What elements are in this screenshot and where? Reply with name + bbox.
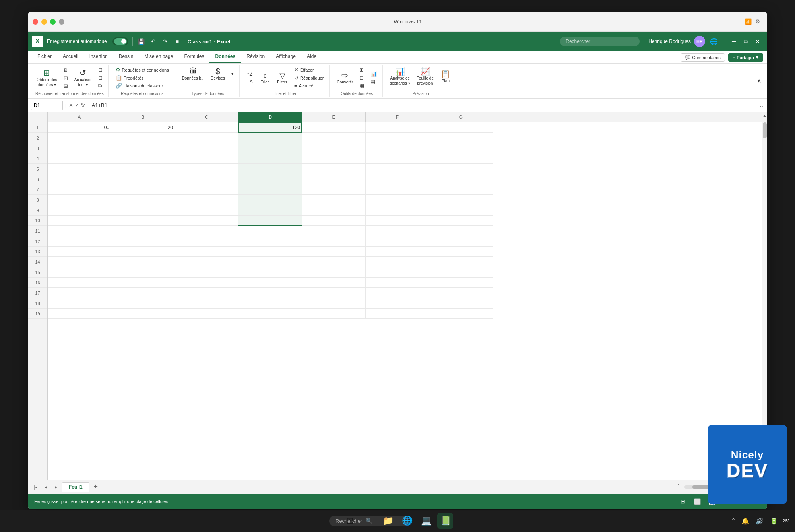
cell-d8[interactable] [238,195,302,205]
cell-a8[interactable] [48,195,111,205]
cell-a6[interactable] [48,174,111,184]
cell-f7[interactable] [366,184,429,195]
donnees-b-button[interactable]: 🏛 Données b... [180,66,207,82]
cell-f16[interactable] [366,278,429,288]
more-qa-button[interactable]: ≡ [173,37,182,46]
cell-e9[interactable] [302,205,366,216]
obtenir-donnees-button[interactable]: ⊞ Obtenir des données ▾ [34,68,60,88]
cell-e5[interactable] [302,164,366,174]
cell-c2[interactable] [175,133,238,143]
types-expand-button[interactable]: ▾ [229,70,236,77]
maximize-button[interactable] [50,19,56,25]
cell-e15[interactable] [302,267,366,278]
cell-a4[interactable] [48,153,111,164]
cell-d2[interactable] [238,133,302,143]
cell-e7[interactable] [302,184,366,195]
formula-x-icon[interactable]: ✓ [75,102,79,108]
tab-fichier[interactable]: Fichier [32,50,57,63]
cell-f11[interactable] [366,226,429,236]
cell-b8[interactable] [111,195,175,205]
cell-b7[interactable] [111,184,175,195]
formula-input[interactable] [87,102,757,108]
liaisons-button[interactable]: 🔗 Liaisons de classeur [113,82,171,89]
cell-a3[interactable] [48,143,111,153]
tab-revision[interactable]: Révision [241,50,270,63]
row-4[interactable]: 4 [28,153,47,164]
cell-c5[interactable] [175,164,238,174]
outils-sm-3[interactable]: ▦ [357,82,366,89]
cell-b3[interactable] [111,143,175,153]
cell-c9[interactable] [175,205,238,216]
cell-b16[interactable] [111,278,175,288]
minimize-button[interactable] [41,19,47,25]
row-11[interactable]: 11 [28,226,47,236]
cell-f14[interactable] [366,257,429,267]
cell-c15[interactable] [175,267,238,278]
cell-d16[interactable] [238,278,302,288]
cell-g18[interactable] [429,298,493,309]
taskbar-terminal-icon[interactable]: 💻 [418,513,434,529]
cell-g14[interactable] [429,257,493,267]
cell-e12[interactable] [302,236,366,247]
plan-button[interactable]: 📋 Plan [438,69,454,84]
row-19[interactable]: 19 [28,309,47,319]
row-17[interactable]: 17 [28,288,47,298]
cell-g8[interactable] [429,195,493,205]
cell-g13[interactable] [429,247,493,257]
cell-c13[interactable] [175,247,238,257]
taskbar-volume-icon[interactable]: 🔊 [754,516,765,526]
cell-f15[interactable] [366,267,429,278]
cell-d11[interactable] [238,226,302,236]
cell-b12[interactable] [111,236,175,247]
win-restore-button[interactable]: ⧉ [740,36,751,47]
win-close-button[interactable]: ✕ [752,36,763,47]
partager-button[interactable]: ↑ Partager ▾ [728,53,763,62]
cell-a11[interactable] [48,226,111,236]
cell-d19[interactable] [238,309,302,319]
cell-b5[interactable] [111,164,175,174]
sm-btn-5[interactable]: ⊡ [96,74,105,82]
cell-g19[interactable] [429,309,493,319]
sheet-nav-first[interactable]: |◂ [31,483,40,491]
cell-a15[interactable] [48,267,111,278]
col-header-c[interactable]: C [175,112,238,122]
cell-b6[interactable] [111,174,175,184]
col-header-e[interactable]: E [302,112,366,122]
row-16[interactable]: 16 [28,278,47,288]
cell-a16[interactable] [48,278,111,288]
close-button[interactable] [33,19,38,25]
cell-e18[interactable] [302,298,366,309]
sm-btn-4[interactable]: ⊟ [96,66,105,74]
cell-f9[interactable] [366,205,429,216]
undo-button[interactable]: ↶ [149,37,158,46]
cell-g7[interactable] [429,184,493,195]
cell-e14[interactable] [302,257,366,267]
search-input[interactable] [560,37,640,46]
cell-d17[interactable] [238,288,302,298]
cell-b15[interactable] [111,267,175,278]
row-9[interactable]: 9 [28,205,47,216]
trier-button[interactable]: ↕ Trier [257,70,273,85]
formula-fx-icon[interactable]: fx [81,102,85,108]
tab-insertion[interactable]: Insertion [84,50,113,63]
cell-f13[interactable] [366,247,429,257]
cell-f18[interactable] [366,298,429,309]
cell-c3[interactable] [175,143,238,153]
cell-a7[interactable] [48,184,111,195]
cell-g12[interactable] [429,236,493,247]
cell-d7[interactable] [238,184,302,195]
row-3[interactable]: 3 [28,143,47,153]
cell-name-box[interactable]: D1 [31,101,63,110]
cell-a13[interactable] [48,247,111,257]
row-8[interactable]: 8 [28,195,47,205]
tab-affichage[interactable]: Affichage [270,50,301,63]
small-btn-3[interactable]: ⊟ [61,82,70,90]
row-1[interactable]: 1 [28,122,47,133]
cell-f5[interactable] [366,164,429,174]
cell-e4[interactable] [302,153,366,164]
cell-d5[interactable] [238,164,302,174]
cell-e10[interactable] [302,216,366,226]
effacer-button[interactable]: ✕ Effacer [292,66,326,74]
row-2[interactable]: 2 [28,133,47,143]
win-minimize-button[interactable]: ─ [728,36,739,47]
